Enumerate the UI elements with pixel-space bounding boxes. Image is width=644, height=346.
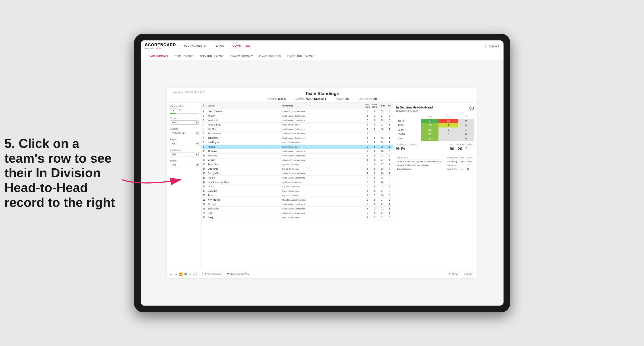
reg-rank-cell: 3 xyxy=(364,127,371,132)
table-row[interactable]: 2 Auburn Southeastern Conference 2 1 27 … xyxy=(202,114,393,118)
wins-cell: 0 xyxy=(386,193,393,198)
table-row[interactable]: 16 Florida Southeastern Conference 7 9 2… xyxy=(202,176,393,180)
reg-rank-cell: 5 xyxy=(364,215,371,220)
nav-tournaments[interactable]: TOURNAMENTS xyxy=(183,44,207,48)
h2h-loss-header: Loss xyxy=(438,114,458,119)
wins-cell: 1 xyxy=(386,202,393,207)
rnds-cell: 23 xyxy=(378,184,386,189)
logo-title: SCOREBOARD xyxy=(145,43,176,47)
min-rou-input[interactable] xyxy=(170,109,178,112)
share-label: Share xyxy=(466,273,472,275)
h2h-close-button[interactable]: × xyxy=(470,106,474,110)
h2h-row: >100 27 0 0 xyxy=(396,136,474,141)
rank-cell: 24 xyxy=(202,211,207,215)
subnav-player-summary[interactable]: PLAYER SUMMARY xyxy=(227,52,256,60)
h2h-range-label: >100 xyxy=(396,136,421,141)
save-custom-view-button[interactable]: 💾 Save Custom View xyxy=(225,272,251,276)
forward-icon[interactable]: ⏩ xyxy=(179,272,182,276)
table-row[interactable]: 22 Georgia Southeastern Conference 1 8 2… xyxy=(202,202,393,207)
score-cell: 2-3-0 xyxy=(466,160,474,164)
table-row[interactable]: 19 California Pac-12 Conference 4 8 24 2 xyxy=(202,189,393,193)
rnds-cell: 24 xyxy=(378,171,386,176)
table-row[interactable]: 1 North Carolina Atlantic Coast Conferen… xyxy=(202,109,393,114)
table-row[interactable]: 20 Texas Big 12 Conference 3 7 20 0 xyxy=(202,193,393,198)
rnds-cell: 18 xyxy=(378,136,386,140)
view-original-button[interactable]: 👁 View: Original xyxy=(202,272,223,276)
filter-icon[interactable]: ⊞ xyxy=(184,272,187,276)
table-row[interactable]: 7 Tennessee Southeastern Conference 4 6 … xyxy=(202,136,393,140)
table-row[interactable]: 9 Arizona Pac-12 Conference 5 8 19 3 xyxy=(202,145,393,149)
rank-cell: 15 xyxy=(202,171,207,176)
conference-section: Conference (All) xyxy=(170,149,199,157)
wins-cell: 2 xyxy=(386,189,393,193)
watch-button[interactable]: 👁 Watch xyxy=(447,272,460,276)
table-row[interactable]: 4 Arizona State Pac-12 Conference 4 6 26… xyxy=(202,123,393,127)
sign-out-link[interactable]: Sign out xyxy=(486,45,499,48)
table-row[interactable]: 18 Illinois Big Ten Conference 1 9 23 3 xyxy=(202,184,393,189)
conference-cell: Southeastern Conference xyxy=(281,118,364,123)
subnav-player-h2h-heatmap[interactable]: PLAYER H2H HEATMAP xyxy=(284,52,317,60)
tournament-row: Arizona Thunderbirds Intercollegiate Str… xyxy=(396,164,474,167)
table-row[interactable]: 13 Texas Tech Big 12 Conference 1 9 27 2 xyxy=(202,163,393,167)
conf-rank-cell: 8 xyxy=(371,140,378,145)
rnds-cell: 18 xyxy=(378,127,386,132)
redo-icon[interactable]: ↪ xyxy=(174,272,177,276)
table-row[interactable]: 5 Ole Miss Southeastern Conference 3 6 1… xyxy=(202,127,393,132)
conference-label: Conference xyxy=(170,149,199,151)
min-rou-slider[interactable] xyxy=(170,113,199,114)
subnav-team-h2h-heatmap[interactable]: TEAM H2H HEATMAP xyxy=(196,52,227,60)
clock-icon[interactable]: 🕐 xyxy=(193,272,197,276)
table-row[interactable]: 11 Arkansas Southeastern Conference 6 8 … xyxy=(202,154,393,158)
school-select[interactable]: (All) xyxy=(170,163,199,167)
table-row[interactable]: 23 Texas A&M Southeastern Conference 8 1… xyxy=(202,207,393,211)
h2h-header-row: Win Loss Tie xyxy=(396,114,474,119)
division-select[interactable]: NCAA Division I xyxy=(170,131,199,135)
share-button[interactable]: ↗ Share xyxy=(462,272,474,276)
nav-teams[interactable]: TEAMS xyxy=(213,44,225,48)
h2h-loss-cell: 8 xyxy=(438,123,458,128)
table-row[interactable]: 24 Duke Atlantic Coast Conference 5 9 27… xyxy=(202,211,393,215)
subnav-team-summary[interactable]: TEAM SUMMARY xyxy=(145,52,172,60)
table-row[interactable]: 15 Georgia Tech Atlantic Coast Conferenc… xyxy=(202,171,393,176)
school-cell: Texas Tech xyxy=(207,163,281,167)
table-row[interactable]: 8 Washington Pac-12 Conference 2 8 23 1 xyxy=(202,140,393,145)
h2h-loss-cell: 13 xyxy=(438,119,458,123)
conf-rank-cell: 9 xyxy=(371,176,378,180)
subnav-player-h2h-grid[interactable]: PLAYER H2H GRID xyxy=(256,52,284,60)
subnav-team-h2h-grid[interactable]: TEAM H2H GRID xyxy=(171,52,196,60)
rank-cell: 8 xyxy=(202,140,207,145)
table-row[interactable]: 17 East Tennessee State Southern Confere… xyxy=(202,180,393,184)
dashboard-filters: Gender: Men's Division: NCAA Division I … xyxy=(172,97,472,101)
col-event-type: Event Type xyxy=(446,156,460,160)
conference-cell: Southeastern Conference xyxy=(281,127,364,132)
gender-select[interactable]: Men's Women's xyxy=(170,120,199,125)
table-row[interactable]: 6 Florida State Atlantic Coast Conferenc… xyxy=(202,132,393,136)
table-row[interactable]: 3 Vanderbilt Southeastern Conference 2 8… xyxy=(202,118,393,123)
region-label: Region xyxy=(170,138,199,141)
opponents-pct-group: Opponents in division: 99.1% xyxy=(396,143,418,152)
rank-cell: 16 xyxy=(202,176,207,180)
table-row[interactable]: 21 New Mexico Mountain West Conference 1… xyxy=(202,198,393,202)
table-row[interactable]: 25 Oregon Pac-12 Conference 5 7 21 0 xyxy=(202,215,393,220)
wins-cell: 1 xyxy=(386,211,393,215)
table-row[interactable]: 10 Alabama Southeastern Conference 5 8 2… xyxy=(202,149,393,154)
rank-cell: 4 xyxy=(202,123,207,127)
table-row[interactable]: 14 Oklahoma Big 12 Conference 2 9 26 2 xyxy=(202,167,393,171)
table-row[interactable]: 12 Virginia Atlantic Coast Conference 3 … xyxy=(202,158,393,163)
h2h-tie-cell: 1 xyxy=(458,128,474,132)
tournament-row: Jackson T. Stephens Cup Men's Match-Play… xyxy=(396,160,474,164)
conference-select[interactable]: (All) xyxy=(170,152,199,157)
wins-cell: 2 xyxy=(386,167,393,171)
conference-cell: Pac-12 Conference xyxy=(281,189,364,193)
nav-committee[interactable]: COMMITTEE xyxy=(232,44,250,48)
standings-table: # School Conference Reg Rank Conf Rank R… xyxy=(202,103,393,220)
crop-icon[interactable]: ✂ xyxy=(189,272,191,276)
col-rank: # xyxy=(202,103,207,109)
wins-cell: 1 xyxy=(386,123,393,127)
rank-cell: 23 xyxy=(202,207,207,211)
h2h-tie-cell: 0 xyxy=(458,136,474,141)
conf-rank-cell: 1 xyxy=(371,114,378,118)
undo-icon[interactable]: ↩ xyxy=(170,272,172,276)
conf-rank-cell: 6 xyxy=(371,123,378,127)
region-select[interactable]: N/A xyxy=(170,142,199,146)
